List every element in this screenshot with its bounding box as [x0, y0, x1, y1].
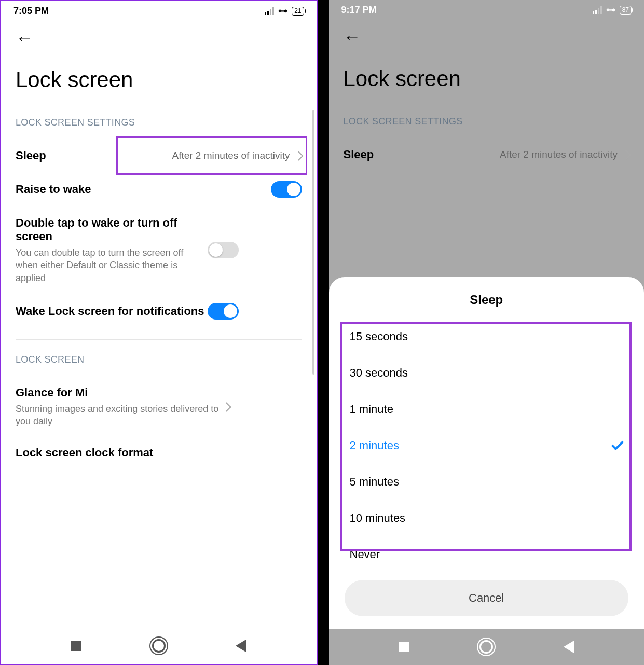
row-raise-to-wake[interactable]: Raise to wake: [1, 172, 317, 207]
section-label-settings: LOCK SCREEN SETTINGS: [1, 113, 317, 140]
nav-recents-icon[interactable]: [71, 641, 81, 651]
battery-icon: 21: [292, 7, 304, 16]
page-title: Lock screen: [16, 67, 302, 92]
annotation-highlight: [116, 136, 307, 175]
status-bar: 7:05 PM ⊶ 21: [1, 1, 317, 21]
status-time: 7:05 PM: [13, 6, 49, 17]
wifi-icon: ⊶: [278, 5, 287, 17]
nav-recents-icon[interactable]: [399, 642, 409, 652]
signal-icon: [593, 6, 602, 14]
row-double-tap[interactable]: Double tap to wake or turn off screen Yo…: [1, 207, 317, 294]
row-sleep[interactable]: Sleep After 2 minutes of inactivity: [329, 138, 645, 171]
back-button[interactable]: ←: [16, 29, 33, 47]
row-sleep-label: Sleep: [344, 148, 500, 161]
section-label-settings: LOCK SCREEN SETTINGS: [329, 112, 645, 138]
row-raise-label: Raise to wake: [16, 183, 271, 196]
cancel-button[interactable]: Cancel: [345, 580, 629, 616]
sleep-options-sheet: Sleep 15 seconds 30 seconds 1 minute 2 m…: [329, 277, 645, 629]
chevron-right-icon: [222, 402, 231, 411]
section-label-lockscreen: LOCK SCREEN: [1, 350, 317, 377]
row-glance-sub: Stunning images and exciting stories del…: [16, 403, 223, 428]
screenshot-left: 7:05 PM ⊶ 21 ← Lock screen LOCK SCREEN S…: [0, 0, 318, 665]
status-time: 9:17 PM: [341, 5, 377, 16]
row-clock-format[interactable]: Lock screen clock format: [1, 437, 317, 469]
nav-bar: [329, 629, 645, 665]
screenshot-right: 9:17 PM ⊶ 87 ← Lock screen LOCK SCREEN S…: [329, 0, 645, 665]
wifi-icon: ⊶: [606, 4, 615, 16]
row-clock-format-label: Lock screen clock format: [16, 446, 302, 460]
toggle-raise-to-wake[interactable]: [271, 181, 302, 198]
back-button[interactable]: ←: [344, 28, 361, 46]
toggle-wake-notifications[interactable]: [208, 303, 239, 320]
row-glance-title: Glance for Mi: [16, 386, 223, 399]
battery-icon: 87: [620, 6, 632, 15]
toggle-double-tap[interactable]: [208, 242, 239, 258]
row-double-tap-sub: You can double tap to turn the screen of…: [16, 246, 208, 284]
signal-icon: [265, 7, 274, 15]
sheet-title: Sleep: [329, 293, 645, 307]
row-sleep[interactable]: Sleep After 2 minutes of inactivity: [1, 140, 317, 172]
row-wake-notifications[interactable]: Wake Lock screen for notifications: [1, 294, 317, 329]
nav-back-icon[interactable]: [564, 641, 574, 653]
row-wake-notif-label: Wake Lock screen for notifications: [16, 304, 208, 318]
page-title: Lock screen: [344, 66, 630, 91]
nav-back-icon[interactable]: [236, 640, 246, 652]
chevron-right-icon: [621, 150, 631, 159]
row-glance[interactable]: Glance for Mi Stunning images and exciti…: [1, 377, 317, 437]
row-double-tap-title: Double tap to wake or turn off screen: [16, 216, 208, 243]
row-sleep-value: After 2 minutes of inactivity: [500, 149, 618, 160]
nav-bar: [1, 628, 317, 664]
status-bar: 9:17 PM ⊶ 87: [329, 0, 645, 20]
divider: [16, 339, 302, 340]
nav-home-icon[interactable]: [479, 640, 493, 654]
nav-home-icon[interactable]: [152, 639, 166, 653]
annotation-highlight: [340, 322, 632, 551]
